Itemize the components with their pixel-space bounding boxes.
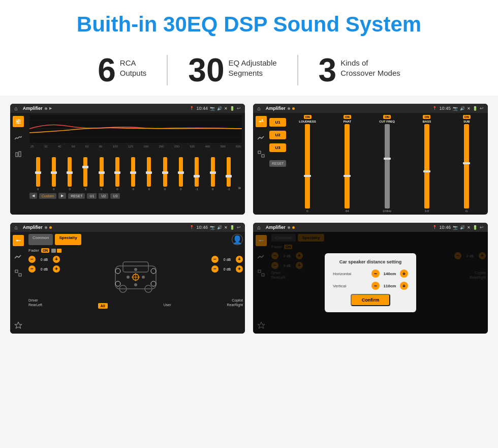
slider-col-11[interactable]: -1 [190,157,204,191]
plus-btn-3[interactable]: + [236,256,243,263]
location-icon: 📍 [190,106,194,110]
status-dot-cross [288,107,290,110]
status-bar-cross: ⌂ Amplifier 📍 10:45 📷 🔊 ✕ 🔋 ↩ [253,104,488,113]
cross-sidebar-icon-2[interactable] [256,132,267,143]
all-btn[interactable]: All [98,303,108,309]
user-btn[interactable]: User [164,303,171,309]
fader-sidebar-icon-2[interactable] [13,251,24,262]
eq-sidebar-icon-2[interactable] [13,132,24,143]
plus-btn-2[interactable]: + [53,265,60,273]
slider-col-6[interactable]: 0 [110,157,124,191]
vertical-plus[interactable]: + [400,282,408,290]
svg-rect-14 [258,151,261,154]
battery-icon-fader: 🔋 [230,225,235,230]
car-diagram [63,256,208,296]
tab-specialty[interactable]: Specialty [55,234,81,245]
home-icon-fader[interactable]: ⌂ [14,224,18,230]
minus-btn-1[interactable]: − [28,256,36,263]
loudness-handle [304,175,311,177]
expand-icon[interactable]: » [237,185,241,191]
phat-on: ON [344,115,351,119]
slider-handle-9 [162,171,168,174]
horizontal-minus[interactable]: − [371,270,380,278]
eq-content: 2532405063 80100125160200 25032040050063… [10,113,245,215]
svg-marker-20 [15,322,22,328]
horizontal-plus[interactable]: + [400,270,408,278]
minus-btn-3[interactable]: − [211,256,219,263]
eq-sidebar-icon-3[interactable] [13,148,24,160]
u1-btn[interactable]: U1 [269,118,286,127]
eq-sidebar-icon-1[interactable] [13,116,24,127]
phat-slider[interactable] [345,124,350,208]
slider-col-13[interactable]: -1 [221,157,236,191]
plus-btn-4[interactable]: + [236,265,243,273]
stat-eq: 30 EQ AdjustableSegments [168,54,297,86]
slider-col-7[interactable]: 0 [126,157,141,191]
fader-row-1: − 0 dB + [28,256,60,263]
minus-btn-2[interactable]: − [28,265,36,273]
eq-u1-btn[interactable]: U1 [87,193,97,199]
home-icon[interactable]: ⌂ [14,105,18,111]
slider-col-4[interactable]: 5 [78,157,93,191]
slider-track-13 [227,157,231,187]
confirm-button[interactable]: Confirm [351,294,391,306]
home-icon-cross[interactable]: ⌂ [257,105,261,111]
battery-icon: 🔋 [230,106,235,111]
crossover-sliders-area: ON LOUDNESS 0 ON PHAT 64 [288,113,488,215]
sub-slider[interactable] [464,124,469,208]
eq-u3-btn[interactable]: U3 [110,193,120,199]
svg-rect-15 [262,155,264,157]
slider-track-11 [195,157,199,187]
minus-btn-4[interactable]: − [211,265,219,273]
eq-u2-btn[interactable]: U2 [99,193,108,199]
eq-next-btn[interactable]: ▶ [58,193,66,199]
slider-col-10[interactable]: 0 [173,157,188,191]
cross-sidebar-icon-3[interactable] [256,148,267,160]
svg-point-27 [115,268,120,274]
slider-track-6 [115,157,119,187]
svg-point-36 [127,276,130,279]
user-icon-btn[interactable]: 👤 [232,234,243,245]
svg-point-29 [115,281,120,286]
home-icon-dialog[interactable]: ⌂ [257,224,261,230]
eq-reset-btn[interactable]: RESET [68,193,85,199]
slider-val-1: 0 [37,188,39,191]
cross-reset-btn[interactable]: RESET [269,160,286,167]
back-icon-dialog[interactable]: ↩ [480,225,484,230]
dialog-row-horizontal: Horizontal − 140cm + [333,270,408,278]
vertical-minus[interactable]: − [371,282,380,290]
bass-slider[interactable] [424,124,429,208]
cross-sidebar-icon-1[interactable] [256,116,267,127]
svg-rect-22 [57,249,61,253]
stat-number-30: 30 [188,54,224,86]
back-icon-eq[interactable]: ↩ [237,106,241,111]
fader-spacer [83,234,230,245]
cutfreq-slider[interactable] [385,124,390,208]
fader-sidebar-icon-4[interactable] [13,319,24,331]
dialog-overlay: Car speaker distance setting Horizontal … [253,232,488,334]
plus-btn-1[interactable]: + [53,256,60,263]
fader-tabs-row: Common Specialty 👤 [28,234,243,245]
u3-btn[interactable]: U3 [269,143,286,152]
slider-col-12[interactable]: 0 [205,157,220,191]
slider-col-8[interactable]: 0 [142,157,157,191]
slider-col-1[interactable]: 0 [30,157,45,191]
slider-col-3[interactable]: 0 [63,157,77,191]
status-dot-fader1 [45,226,47,229]
slider-col-9[interactable]: 0 [158,157,172,191]
fader-sidebar-icon-3[interactable] [13,267,24,279]
back-icon-fader[interactable]: ↩ [237,225,241,230]
back-icon-cross[interactable]: ↩ [480,106,484,111]
bass-on: ON [423,115,430,119]
svg-point-5 [18,123,19,124]
u2-btn[interactable]: U2 [269,131,286,139]
eq-prev-btn[interactable]: ◀ [29,193,37,199]
loudness-label: LOUDNESS [299,120,316,123]
slider-col-2[interactable]: 0 [46,157,61,191]
loudness-slider[interactable] [305,124,310,208]
fader-sidebar-icon-1[interactable] [13,235,24,246]
copilot-label: Copilot [232,298,243,302]
slider-col-5[interactable]: 0 [94,157,109,191]
svg-rect-18 [15,270,18,273]
tab-common[interactable]: Common [28,234,53,245]
